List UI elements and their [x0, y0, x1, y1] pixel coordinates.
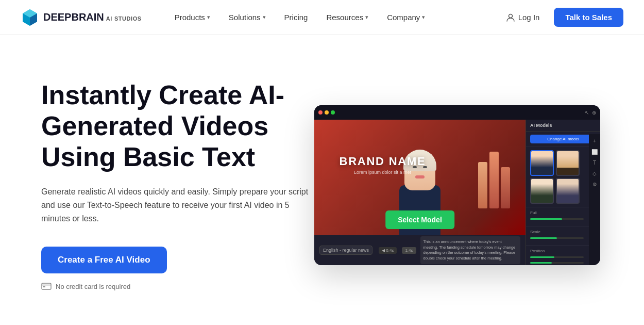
script-bar: English - regular news ◀ 0:4s 1:4s This …	[314, 235, 526, 265]
logo-ai: AI	[106, 15, 112, 22]
brand-name-text: BRAND NAME	[340, 155, 426, 168]
model-thumb-3[interactable]	[530, 178, 554, 204]
script-text: This is an announcement where today's ev…	[420, 236, 520, 264]
logo-icon	[21, 8, 39, 27]
chevron-down-icon: ▾	[365, 14, 368, 21]
image-icon[interactable]: ⬜	[591, 149, 598, 155]
hero-section: Instantly Create AI-Generated Videos Usi…	[0, 35, 644, 325]
create-free-video-button[interactable]: Create a Free AI Video	[41, 247, 167, 273]
pos-x-track[interactable]	[530, 256, 584, 258]
models-grid	[530, 150, 596, 204]
position-slider-row: 24	[530, 255, 596, 259]
side-toolbar: + ⬜ T ◇ ⚙	[589, 134, 600, 265]
search-icon: ⊕	[592, 110, 596, 116]
shape-icon[interactable]: ◇	[592, 171, 597, 176]
window-controls	[318, 110, 335, 115]
settings-icon[interactable]: ⚙	[592, 182, 597, 187]
hero-left: Instantly Create AI-Generated Videos Usi…	[41, 80, 314, 290]
lipstick-2	[489, 152, 499, 208]
user-icon	[506, 13, 515, 22]
lipstick-1	[478, 162, 487, 208]
editor-bg: BRAND NAME Lorem ipsum dolor sit a met	[314, 120, 600, 265]
panel-title: AI Models	[526, 120, 600, 132]
select-model-button[interactable]: Select Model	[385, 210, 454, 229]
nav-right: Log In Talk to Sales	[498, 8, 623, 27]
close-dot	[318, 110, 323, 115]
credit-card-icon	[41, 283, 52, 290]
editor-topbar: ↖ ⊕	[314, 105, 600, 120]
hero-title: Instantly Create AI-Generated Videos Usi…	[41, 80, 314, 172]
pos-y-track[interactable]	[530, 262, 584, 264]
scale-slider-track[interactable]	[530, 237, 584, 239]
product-mockup: ↖ ⊕ BRAND NAME Lorem ipsum dolor sit a m…	[314, 105, 600, 265]
nav-links: Products ▾ Solutions ▾ Pricing Resources…	[166, 9, 498, 26]
nav-company[interactable]: Company ▾	[379, 9, 433, 26]
maximize-dot	[331, 110, 335, 115]
nav-solutions[interactable]: Solutions ▾	[221, 9, 274, 26]
lipstick-3	[501, 167, 510, 208]
logo-deepbrain: DEEPBRAIN	[43, 11, 104, 23]
login-button[interactable]: Log In	[498, 9, 548, 26]
full-slider-row: 0	[530, 217, 596, 221]
nav-pricing[interactable]: Pricing	[276, 9, 316, 26]
model-thumb-4[interactable]	[556, 178, 580, 204]
chevron-down-icon: ▾	[207, 14, 210, 21]
add-icon[interactable]: +	[593, 138, 596, 144]
hero-right: ↖ ⊕ BRAND NAME Lorem ipsum dolor sit a m…	[314, 105, 603, 265]
toolbar-icons: ↖ ⊕	[585, 110, 596, 116]
chevron-down-icon: ▾	[422, 14, 425, 21]
hero-description: Generate realistic AI videos quickly and…	[41, 185, 314, 226]
logo-text: DEEPBRAIN AI STUDIOS	[43, 11, 142, 23]
no-credit-card-note: No credit card is required	[41, 283, 314, 290]
svg-point-4	[509, 14, 512, 18]
ai-models-panel: AI Models Change AI model	[526, 120, 600, 265]
text-icon[interactable]: T	[593, 160, 596, 166]
nav-resources[interactable]: Resources ▾	[318, 9, 377, 26]
chevron-down-icon: ▾	[263, 14, 266, 21]
minimize-dot	[325, 110, 329, 115]
navbar: DEEPBRAIN AI STUDIOS Products ▾ Solution…	[0, 0, 644, 35]
model-thumb-1[interactable]	[530, 150, 554, 176]
editor-main: BRAND NAME Lorem ipsum dolor sit a met	[314, 120, 526, 265]
lipsticks-decoration	[478, 152, 510, 208]
nav-products[interactable]: Products ▾	[166, 9, 218, 26]
full-slider-track[interactable]	[530, 218, 584, 220]
position-label: Position	[530, 249, 596, 253]
logo-studios: STUDIOS	[114, 15, 142, 22]
full-label: Full	[530, 210, 596, 215]
scale-label: Scale	[530, 230, 596, 234]
brand-sub: Lorem ipsum dolor sit a met	[354, 170, 411, 175]
logo[interactable]: DEEPBRAIN AI STUDIOS	[21, 8, 142, 27]
talk-to-sales-button[interactable]: Talk to Sales	[554, 8, 623, 27]
brand-overlay: BRAND NAME Lorem ipsum dolor sit a met	[314, 139, 451, 175]
cursor-icon: ↖	[585, 110, 589, 116]
model-thumb-2[interactable]	[556, 150, 580, 176]
position-y-row: 24	[530, 261, 596, 265]
svg-rect-7	[43, 286, 45, 287]
change-ai-model-button[interactable]: Change AI model	[530, 135, 596, 143]
language-tag: English - regular news	[319, 246, 372, 255]
scale-slider-row: 24	[530, 236, 596, 240]
